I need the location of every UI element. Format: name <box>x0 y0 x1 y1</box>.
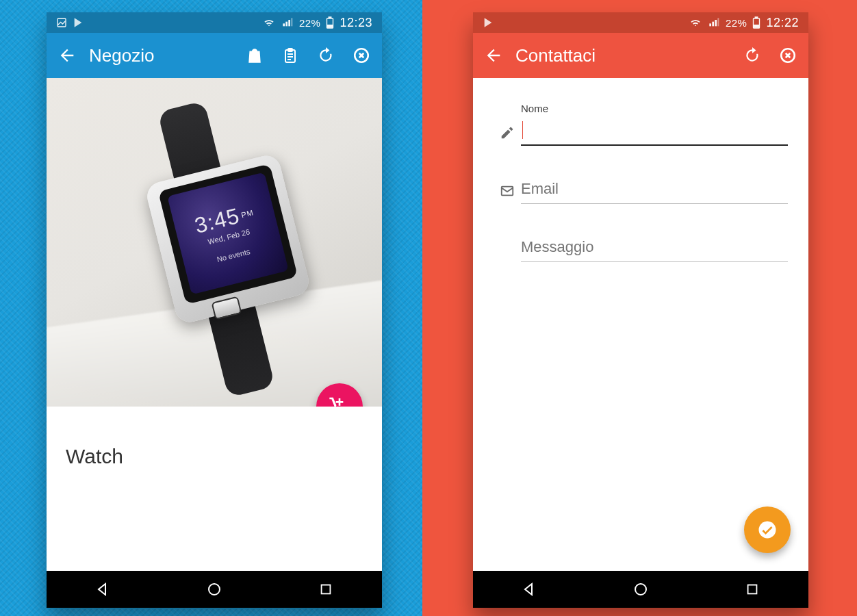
name-field[interactable]: Nome <box>521 103 788 146</box>
svg-point-28 <box>759 522 776 539</box>
content-area: Nome <box>473 78 808 571</box>
battery-percent: 22% <box>299 17 321 29</box>
nav-back-button[interactable] <box>502 576 557 603</box>
message-input[interactable] <box>521 235 788 262</box>
svg-rect-1 <box>283 23 285 26</box>
wifi-icon <box>689 17 702 28</box>
signal-icon <box>708 17 720 28</box>
svg-rect-6 <box>329 17 332 18</box>
signal-icon <box>281 17 294 28</box>
submit-fab[interactable] <box>744 506 791 553</box>
nav-home-button[interactable] <box>613 576 668 603</box>
email-input[interactable] <box>521 177 788 204</box>
back-button[interactable] <box>49 38 85 73</box>
android-nav-bar <box>473 571 808 608</box>
app-bar: Negozio <box>47 33 382 78</box>
image-icon <box>56 17 67 28</box>
bag-button[interactable] <box>237 38 272 73</box>
svg-rect-3 <box>288 20 290 26</box>
svg-point-16 <box>209 584 220 595</box>
nav-recent-button[interactable] <box>725 576 780 603</box>
mail-icon <box>494 183 521 204</box>
contact-form: Nome <box>473 78 808 262</box>
svg-rect-2 <box>285 22 287 27</box>
svg-rect-7 <box>328 25 333 28</box>
battery-icon <box>752 16 760 29</box>
svg-rect-18 <box>709 23 711 26</box>
email-field[interactable] <box>521 177 788 204</box>
svg-rect-30 <box>748 585 757 594</box>
svg-rect-9 <box>288 49 292 51</box>
page-title: Negozio <box>89 45 154 66</box>
pencil-icon <box>494 125 521 146</box>
refresh-button[interactable] <box>734 38 770 73</box>
smartwatch-illustration: 3:45PM Wed, Feb 26 No events <box>112 102 317 396</box>
name-input[interactable] <box>521 118 788 146</box>
product-title: Watch <box>66 445 382 468</box>
svg-rect-20 <box>715 20 717 26</box>
background-left: 22% 12:23 Negozio <box>0 0 422 616</box>
svg-rect-17 <box>322 585 331 594</box>
phone-contact: 22% 12:22 Contattaci <box>473 12 808 608</box>
svg-rect-23 <box>756 17 758 18</box>
phone-shop: 22% 12:23 Negozio <box>47 12 382 608</box>
close-button[interactable] <box>770 38 806 73</box>
android-nav-bar <box>47 571 382 608</box>
status-bar: 22% 12:22 <box>473 12 808 33</box>
svg-point-29 <box>635 584 646 595</box>
name-label: Nome <box>521 103 788 114</box>
clock-text: 12:22 <box>766 16 799 30</box>
svg-rect-21 <box>717 18 719 26</box>
app-bar: Contattaci <box>473 33 808 78</box>
nav-back-button[interactable] <box>75 576 130 603</box>
clock-text: 12:23 <box>340 16 372 30</box>
svg-rect-19 <box>712 22 714 27</box>
svg-rect-4 <box>291 18 292 26</box>
clipboard-button[interactable] <box>272 38 308 73</box>
nav-home-button[interactable] <box>187 576 242 603</box>
content-area: 3:45PM Wed, Feb 26 No events Watch <box>47 78 382 571</box>
message-field[interactable] <box>521 235 788 262</box>
wifi-icon <box>262 17 276 28</box>
status-bar: 22% 12:23 <box>47 12 382 33</box>
close-button[interactable] <box>344 38 379 73</box>
background-right: 22% 12:22 Contattaci <box>422 0 857 616</box>
page-title: Contattaci <box>515 45 596 66</box>
refresh-button[interactable] <box>308 38 344 73</box>
battery-icon <box>326 16 334 29</box>
battery-percent: 22% <box>726 17 747 29</box>
product-image[interactable]: 3:45PM Wed, Feb 26 No events <box>47 78 382 407</box>
play-store-icon <box>483 17 494 28</box>
back-button[interactable] <box>476 38 511 73</box>
nav-recent-button[interactable] <box>298 576 353 603</box>
svg-rect-24 <box>754 25 759 28</box>
play-store-icon <box>73 17 84 28</box>
